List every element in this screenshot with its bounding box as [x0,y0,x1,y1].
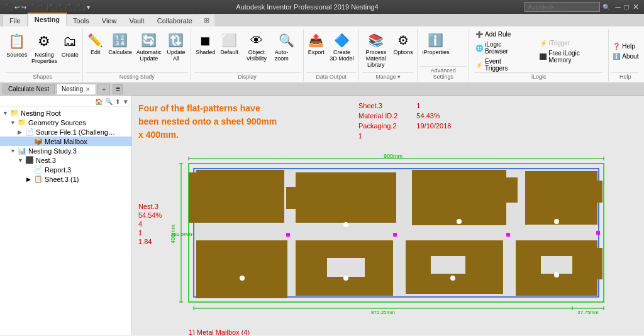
about-icon: ℹ️ [613,53,620,60]
event-triggers-button[interactable]: ⚡ Event Triggers [474,57,526,72]
search-bar[interactable]: 🔍 [525,2,610,12]
sources-button[interactable]: 📋 Sources [5,30,29,59]
auto-zoom-icon: 🔍 [279,31,294,49]
update-all-icon: 🔃 [168,31,184,49]
svg-rect-31 [327,258,365,277]
svg-point-40 [554,219,559,224]
tab-collaborate[interactable]: Collaborate [151,15,199,26]
automatic-update-button[interactable]: 🔄 AutomaticUpdate [135,30,163,63]
sources-icon: 📋 [8,31,25,52]
tree-item-report3[interactable]: 📄 Report.3 [0,165,131,174]
svg-rect-20 [196,170,284,174]
tree-item-sheet3[interactable]: ▶ 📋 Sheet.3 (1) [0,174,131,184]
nesting-tab[interactable]: Nesting ✕ [56,84,96,94]
calculate-nest-tab-label: Calculate Nest [8,86,49,92]
edit-button[interactable]: ✏️ Edit [86,30,105,57]
about-button[interactable]: ℹ️ About [611,52,639,60]
tree-item-metal-mailbox[interactable]: 📦 Metal Mailbox [0,137,131,146]
tab-nesting[interactable]: Nesting [28,13,67,26]
help-button[interactable]: ❓ Help [611,42,639,50]
maximize-button[interactable]: □ [625,3,629,11]
nest3-icon: ⬛ [25,156,34,164]
tree-item-nesting-study[interactable]: ▼ 📊 Nesting Study.3 [0,146,131,155]
add-rule-button[interactable]: ➕ Add Rule [474,30,526,38]
tab-vault[interactable]: Vault [123,15,150,26]
itrigger-label: iTrigger [549,40,570,47]
help-label: Help [622,43,635,50]
count-info: 1 [416,102,451,109]
calculate-button[interactable]: 🔢 Calculate [106,30,134,57]
svg-rect-29 [196,293,287,298]
update-all-button[interactable]: 🔃 Update All [164,30,189,63]
right-info-panel: Sheet.3 Material ID.2 Packaging.2 1 1 54… [358,102,451,140]
window-controls[interactable]: ─ □ ✕ [615,3,639,11]
default-icon: ⬜ [221,31,237,49]
process-material-library-button[interactable]: 📚 ProcessMaterial Library [362,30,390,69]
sidebar-icon-3[interactable]: ⬆ [115,98,120,105]
metal-mailbox-icon: 📦 [34,137,43,145]
shaded-icon: ◼ [200,31,211,49]
nesting-tab-close[interactable]: ✕ [86,86,91,92]
tab-file[interactable]: File [3,14,28,26]
options-button[interactable]: ⚙ Options [391,30,414,57]
svg-point-42 [450,276,455,281]
svg-text:900mm: 900mm [384,153,402,159]
calculate-nest-tab[interactable]: Calculate Nest [3,84,55,94]
tab-view[interactable]: View [96,15,123,26]
ilogic-browser-button[interactable]: 🌐 iLogic Browser [474,40,526,55]
default-button[interactable]: ⬜ Default [218,30,240,57]
tree-item-nest3[interactable]: ▼ ⬛ Nest.3 [0,155,131,165]
sheet3-icon: 📋 [34,175,43,183]
nest-name: Nest.3 [138,203,162,210]
sidebar-options-button[interactable]: ▼ [123,98,129,105]
sidebar-toggle-button[interactable]: ☰ [113,84,123,94]
ribbon-tab-bar: File Nesting Tools View Vault Collaborat… [0,14,644,28]
about-label: About [622,53,638,60]
tab-plus[interactable]: ⊞ [199,14,214,26]
sidebar-icon-2[interactable]: 🔍 [105,98,113,105]
svg-point-43 [554,272,559,277]
shaded-button[interactable]: ◼ Shaded [194,30,217,57]
itrigger-icon: ⚡ [540,40,547,47]
itrigger-button[interactable]: ⚡ iTrigger [538,39,604,47]
ribbon-group-help: ❓ Help ℹ️ About Help [609,29,641,81]
svg-point-41 [343,276,348,281]
ribbon-group-nesting-study: ✏️ Edit 🔢 Calculate 🔄 AutomaticUpdate 🔃 … [83,29,191,81]
nesting-properties-button[interactable]: ⚙ NestingProperties [30,30,58,65]
close-button[interactable]: ✕ [633,3,639,11]
svg-rect-26 [525,171,597,225]
event-triggers-label: Event Triggers [485,58,525,72]
sidebar-header: 🏠 🔍 ⬆ ▼ [0,98,131,107]
ribbon-group-ilogic: ➕ Add Rule 🌐 iLogic Browser ⚡ Event Trig… [469,29,609,81]
svg-point-39 [457,219,462,224]
quantity-info: 1 [358,132,397,140]
auto-zoom-label: Auto-zoom [275,49,299,62]
tree-item-source-file[interactable]: ▶ 📄 Source File.1 (Challenge 2 - Metal M… [0,127,131,137]
free-memory-icon [540,53,547,60]
new-tab-button[interactable]: + [97,84,110,94]
create-3d-model-button[interactable]: 🔷 Create 3D Model [328,30,356,63]
free-ilogic-memory-button[interactable]: Free iLogic Memory [538,49,604,64]
export-button[interactable]: 📤 Export [306,30,326,57]
search-input[interactable] [525,2,600,12]
create-3d-label: Create 3D Model [330,49,354,62]
nest-efficiency: 54.54% [138,211,162,219]
ribbon-group-data-output: 📤 Export 🔷 Create 3D Model Data Output [304,29,359,81]
create-3d-icon: 🔷 [334,31,350,49]
create-button[interactable]: 🗂 Create [60,30,80,59]
object-visibility-label: Object Visibility [243,49,270,62]
iproperties-icon: ℹ️ [428,31,443,49]
sidebar-icon-1[interactable]: 🏠 [95,98,103,105]
tab-tools[interactable]: Tools [67,15,96,26]
content-area: Four of the flat-patterns have been nest… [132,96,644,335]
automatic-update-icon: 🔄 [141,31,157,49]
iproperties-button[interactable]: ℹ️ iProperties [420,30,451,57]
object-visibility-button[interactable]: 👁 Object Visibility [242,30,272,63]
svg-rect-23 [286,187,297,209]
help-icon: ❓ [613,43,620,50]
auto-zoom-button[interactable]: 🔍 Auto-zoom [273,30,301,63]
ilogic-browser-icon: 🌐 [475,45,483,52]
minimize-button[interactable]: ─ [615,3,621,11]
tree-item-geometry-sources[interactable]: ▼ 📁 Geometry Sources [0,118,131,127]
tree-item-nesting-root[interactable]: ▼ 📁 Nesting Root [0,108,131,118]
